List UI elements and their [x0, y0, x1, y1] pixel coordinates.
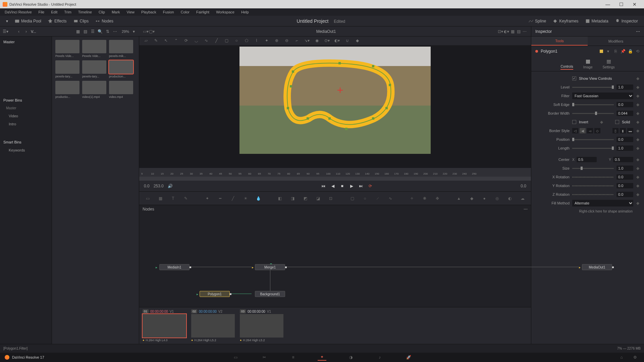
page-fairlight[interactable]: ♪	[375, 354, 384, 361]
subtab-controls[interactable]: Controls	[560, 58, 573, 70]
keyframe-button[interactable]: ◆	[636, 111, 639, 116]
mattecontrol-tool[interactable]: ◨	[289, 195, 296, 202]
zrot-slider[interactable]	[572, 194, 614, 195]
nav-back-button[interactable]: ‹	[16, 29, 21, 34]
project-settings-button[interactable]: ⚙	[631, 354, 639, 361]
size-slider[interactable]	[572, 168, 614, 169]
page-color[interactable]: ◑	[346, 354, 355, 361]
node-refresh-button[interactable]: ⟲	[635, 49, 640, 54]
softedge-slider[interactable]	[572, 104, 614, 105]
menu-timeline[interactable]: Timeline	[75, 10, 95, 14]
center-y-value[interactable]: 0.5	[613, 157, 633, 162]
node-polygon1[interactable]: ▸Polygon1	[200, 291, 230, 297]
media-thumb[interactable]: pexels-tary...	[55, 60, 79, 78]
prender-tool[interactable]: ❋	[421, 195, 428, 202]
node-mediain1[interactable]: ▸MediaIn1	[159, 264, 190, 270]
inspector-tab-tools[interactable]: Tools	[531, 37, 588, 46]
power-bins-header[interactable]: Power Bins	[0, 96, 52, 104]
keyframe-button[interactable]: ◆	[636, 85, 639, 89]
shape3d-tool[interactable]: ▲	[455, 195, 463, 202]
media-thumb[interactable]: video(1).mp4	[82, 81, 106, 99]
search-button[interactable]: 🔍	[98, 29, 103, 34]
fastnoise-tool[interactable]: ▦	[157, 195, 164, 202]
publish-tool[interactable]: ◐▾	[334, 38, 340, 44]
node-background1[interactable]: Background1	[255, 291, 285, 297]
onion-tool[interactable]: ◉	[314, 38, 320, 44]
menu-color[interactable]: Color	[177, 10, 193, 14]
viewer-time-ruler[interactable]: 5101520253035404550556065707580859095100…	[139, 168, 531, 177]
transform-tool[interactable]: ◩	[302, 195, 309, 202]
smooth-tool[interactable]: ◡	[194, 38, 199, 44]
ellipse-tool[interactable]: ○	[234, 38, 239, 44]
minimize-button[interactable]: —	[601, 2, 614, 7]
stop-button[interactable]: ■	[339, 184, 345, 188]
bin-video[interactable]: Video	[0, 112, 52, 120]
menu-fusion[interactable]: Fusion	[160, 10, 177, 14]
sort-button[interactable]: ⋯	[112, 29, 118, 34]
menu-davinciresolve[interactable]: DaVinci Resolve	[1, 10, 35, 14]
keyframe-button[interactable]: ◆	[636, 175, 639, 179]
solid-checkbox[interactable]	[615, 120, 619, 124]
bspline-tool[interactable]: ⌇	[254, 38, 259, 44]
media-thumb[interactable]: Pexels Vide...	[82, 40, 106, 58]
effects-button[interactable]: Effects	[45, 17, 70, 25]
viewer-more-button[interactable]: ⋯	[522, 29, 528, 34]
audio-toggle[interactable]: 🔊	[168, 184, 173, 188]
camera3d-tool[interactable]: ●	[481, 195, 488, 202]
page-cut[interactable]: ✂	[260, 354, 269, 361]
media-pool-button[interactable]: Media Pool	[11, 17, 45, 25]
crop-tool[interactable]: ⊡	[327, 195, 334, 202]
pointer-tool[interactable]: ▱	[143, 38, 149, 44]
keyframe-button[interactable]: ◆	[636, 166, 639, 171]
menu-clip[interactable]: Clip	[95, 10, 108, 14]
maximize-button[interactable]: ☐	[614, 2, 628, 7]
smart-bins-header[interactable]: Smart Bins	[0, 138, 52, 146]
borderstyle-6[interactable]: ▮	[620, 128, 626, 133]
clip-item[interactable]: 0200:00:00:00V2●H.264 High L5.2	[191, 309, 236, 342]
borderwidth-value[interactable]: 0.044	[616, 111, 633, 116]
menu-file[interactable]: File	[35, 10, 48, 14]
keyframe-button[interactable]: ◆	[636, 120, 639, 124]
magnet-tool[interactable]: ∪	[344, 38, 350, 44]
viewer-3d-button[interactable]: ◐▾	[503, 29, 509, 34]
select-tool[interactable]: ↖	[163, 38, 169, 44]
keyframes-button[interactable]: Keyframes	[549, 17, 582, 25]
text-tool[interactable]: T	[169, 195, 177, 202]
inspector-tab-modifiers[interactable]: Modifiers	[588, 37, 644, 46]
view-list-button[interactable]: ☰	[90, 29, 96, 34]
timecode-current[interactable]: 0.0	[144, 184, 150, 188]
borderstyle-1[interactable]: ◁	[572, 128, 578, 133]
xrot-slider[interactable]	[572, 177, 614, 178]
keyframe-button[interactable]: ◆	[600, 120, 603, 124]
filter-select[interactable]: Fast Gaussian	[572, 93, 633, 99]
renderer3d-tool[interactable]: ◎	[493, 195, 501, 202]
reduce-tool[interactable]: ↘▾	[304, 38, 310, 44]
keyframe-button[interactable]: ◆	[636, 183, 639, 188]
key-tool[interactable]: ◆	[355, 38, 360, 44]
line-tool[interactable]: ╱	[214, 38, 219, 44]
xrot-value[interactable]: 0.0	[616, 174, 633, 180]
bin-intro[interactable]: Intro	[0, 120, 52, 128]
keyframe-button[interactable]: ◆	[636, 137, 639, 142]
bspline-mask-tool[interactable]: ∿	[387, 195, 394, 202]
media-thumb[interactable]: productio...	[55, 81, 79, 99]
inspector-node-name[interactable]: Polygon1	[541, 49, 557, 54]
play-button[interactable]: ▶	[349, 184, 354, 188]
borderwidth-slider[interactable]	[572, 113, 614, 114]
timecode-right[interactable]: 0.0	[521, 184, 526, 188]
fog-tool[interactable]: ☁	[519, 195, 526, 202]
menu-help[interactable]: Help	[238, 10, 252, 14]
node-mediaout1[interactable]: ▸MediaOut1	[582, 264, 612, 270]
keyframe-button[interactable]: ◆	[636, 76, 639, 81]
directionalblur-tool[interactable]: ╱	[229, 195, 236, 202]
menu-trim[interactable]: Trim	[61, 10, 75, 14]
softedge-value[interactable]: 0.0	[616, 102, 633, 107]
length-value[interactable]: 1.0	[616, 145, 633, 151]
bin-view-button[interactable]: ☰▾	[3, 29, 8, 34]
go-first-button[interactable]: ⏮	[321, 184, 326, 188]
node-color-swatch[interactable]	[600, 50, 603, 53]
paint-shelf-tool[interactable]: ✎	[182, 195, 190, 202]
page-media[interactable]: ▭	[231, 354, 240, 361]
go-last-button[interactable]: ⏭	[358, 184, 364, 188]
keyframe-button[interactable]: ◆	[636, 192, 639, 197]
